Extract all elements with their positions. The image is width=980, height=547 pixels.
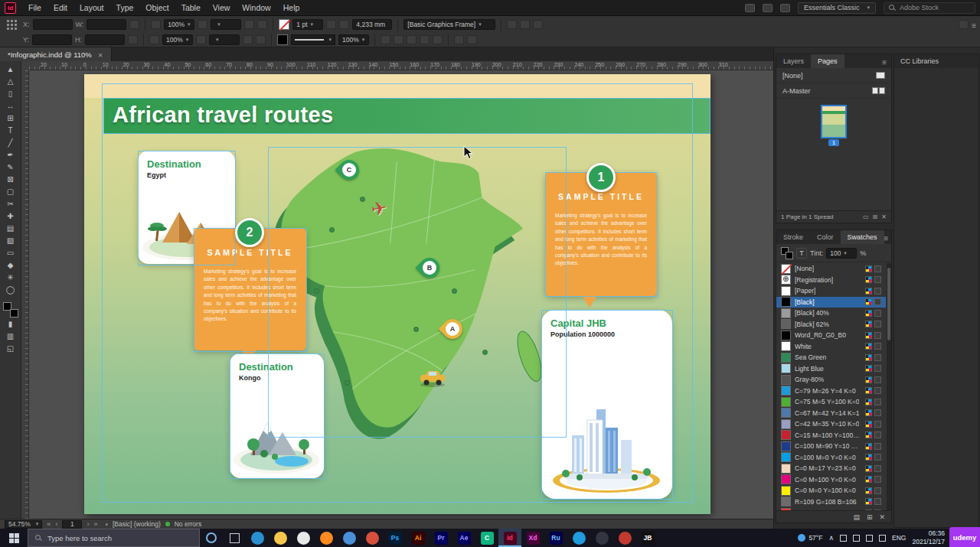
publish-icon[interactable] <box>780 4 790 12</box>
stroke-proxy-chip[interactable] <box>10 309 18 317</box>
swatch-row[interactable]: C=75 M=5 Y=100 K=0 <box>776 396 886 408</box>
gradient-feather-tool[interactable]: ▧ <box>2 235 20 246</box>
taskbar-app-chrome[interactable] <box>361 529 384 547</box>
effects-icon[interactable] <box>326 20 336 29</box>
hand-tool[interactable]: ✳ <box>2 272 20 283</box>
swatch-row[interactable]: C=100 M=0 Y=0 K=0 <box>776 452 886 464</box>
gpu-performance-icon[interactable] <box>959 20 969 29</box>
type-tool[interactable]: T <box>2 125 20 136</box>
tab-pages[interactable]: Pages <box>811 54 844 68</box>
taskbar-app-edge[interactable] <box>246 529 269 547</box>
step-2-number-badge[interactable]: 2 <box>235 218 264 247</box>
swatch-row[interactable]: Gray-80% <box>776 374 886 386</box>
select-container-icon[interactable] <box>533 20 543 29</box>
apply-color-icon[interactable]: ▮ <box>2 318 20 330</box>
swatch-row[interactable]: C=67 M=42 Y=14 K=1 <box>776 408 886 419</box>
flip-horizontal-icon[interactable] <box>244 20 254 29</box>
rotate-90-ccw-icon[interactable] <box>256 35 266 44</box>
menu-edit[interactable]: Edit <box>47 0 74 15</box>
direct-selection-tool[interactable]: △ <box>2 76 20 87</box>
task-view-button[interactable] <box>223 529 246 547</box>
rectangle-frame-tool[interactable]: ⊠ <box>2 174 20 185</box>
pen-tool[interactable]: ✒ <box>2 149 20 161</box>
constrain-proportions-icon[interactable] <box>129 20 139 29</box>
scissors-tool[interactable]: ✂ <box>2 198 20 210</box>
zoom-tool[interactable]: ◯ <box>2 284 20 295</box>
start-button[interactable] <box>0 529 28 547</box>
new-swatch-icon[interactable]: ⊞ <box>867 513 873 521</box>
text-wrap-icon[interactable] <box>507 20 517 29</box>
zoom-level-field[interactable]: 54.75% <box>5 520 42 529</box>
stroke-color-chip[interactable] <box>279 19 289 30</box>
airplane-illustration[interactable] <box>371 198 387 220</box>
title-band[interactable]: African travel routes <box>103 98 710 134</box>
taskbar-search-box[interactable]: Type here to search <box>28 529 200 547</box>
taskbar-app-photoshop[interactable]: Ps <box>384 529 407 547</box>
taskbar-app-store[interactable] <box>292 529 315 547</box>
header-cream-band[interactable] <box>84 74 710 98</box>
delete-swatch-icon[interactable]: ✕ <box>879 513 885 521</box>
fill-color-chip[interactable] <box>277 34 288 45</box>
text-color-toggle[interactable]: T <box>796 248 807 259</box>
w-field[interactable] <box>87 19 126 30</box>
scrollbar-thumb[interactable] <box>887 268 890 340</box>
fill-stroke-proxy[interactable] <box>3 302 18 317</box>
taskbar-app-file-explorer[interactable] <box>269 529 292 547</box>
x-position-field[interactable] <box>33 19 73 30</box>
eyedropper-tool[interactable]: ◆ <box>2 259 20 271</box>
swatch-row[interactable]: Sea Green <box>776 352 886 363</box>
adobe-stock-search[interactable]: Adobe Stock <box>884 2 975 14</box>
swatch-row[interactable]: C=42 M=35 Y=10 K=0 <box>776 418 886 430</box>
menu-view[interactable]: View <box>207 0 237 15</box>
swatch-row[interactable]: White <box>776 341 886 353</box>
y-position-field[interactable] <box>32 34 72 45</box>
taskbar-app-illustrator[interactable]: Ai <box>407 529 430 547</box>
menu-file[interactable]: File <box>22 0 47 15</box>
cc-libraries-header[interactable]: CC Libraries <box>894 54 978 68</box>
taskbar-clock[interactable]: 06:36 2021/12/17 <box>912 529 945 545</box>
swatch-row[interactable]: C=0 M=17 Y=23 K=0 <box>776 463 886 474</box>
frame-fitting-icon[interactable] <box>520 20 530 29</box>
stroke-style-dropdown[interactable] <box>291 34 335 45</box>
swatch-row[interactable]: R=109 G=108 B=106 <box>776 497 886 508</box>
reference-point-proxy[interactable] <box>7 20 17 30</box>
taskbar-app-skype[interactable] <box>567 529 590 547</box>
taskbar-app-jetbrains[interactable]: JB <box>636 529 659 547</box>
flip-vertical-icon[interactable] <box>257 20 267 29</box>
rotate-90-cw-icon[interactable] <box>243 35 253 44</box>
tint-field[interactable]: 100 <box>826 248 857 259</box>
menu-object[interactable]: Object <box>139 0 175 15</box>
tab-swatches[interactable]: Swatches <box>841 230 884 244</box>
swatch-row[interactable]: Light Blue <box>776 363 886 375</box>
taskbar-app-camtasia[interactable]: C <box>475 529 498 547</box>
content-collector-tool[interactable]: ⊞ <box>2 112 20 124</box>
share-icon[interactable] <box>745 4 755 12</box>
delete-page-icon[interactable]: ✕ <box>881 213 887 220</box>
align-top-icon[interactable] <box>433 35 443 44</box>
taskbar-app-premiere[interactable]: Pr <box>430 529 452 547</box>
swatch-row[interactable]: [Registration] <box>776 275 886 286</box>
document-page[interactable]: African travel routes <box>84 74 710 514</box>
screen-mode-icon[interactable]: ◱ <box>2 343 20 354</box>
menu-window[interactable]: Window <box>236 0 276 15</box>
corner-options-icon[interactable] <box>454 35 464 44</box>
selection-tool[interactable]: ▲ <box>2 63 20 75</box>
taskbar-app-firefox[interactable] <box>315 529 338 547</box>
panel-menu-icon[interactable] <box>884 230 893 244</box>
taskbar-app-media-player[interactable] <box>613 529 636 547</box>
line-tool[interactable]: ╱ <box>2 137 20 148</box>
scale-x-field[interactable]: 100% <box>164 19 194 30</box>
distribute-icon[interactable] <box>420 35 430 44</box>
swatch-views-icon[interactable]: ▤ <box>853 513 860 521</box>
onedrive-icon[interactable] <box>840 535 847 542</box>
menu-type[interactable]: Type <box>110 0 140 15</box>
swatch-scrollbar[interactable] <box>887 263 891 510</box>
apply-gradient-icon[interactable]: ▥ <box>2 330 20 342</box>
note-tool[interactable]: ▭ <box>2 247 20 259</box>
fit-content-icon[interactable] <box>467 35 477 44</box>
language-indicator[interactable]: ENG <box>892 534 906 542</box>
gap-tool[interactable]: ↔ <box>2 100 20 112</box>
swatch-row[interactable]: [Black] 40% <box>776 308 886 319</box>
page-1-number[interactable]: 1 <box>828 139 839 146</box>
edit-page-size-icon[interactable]: ▭ <box>863 213 869 220</box>
